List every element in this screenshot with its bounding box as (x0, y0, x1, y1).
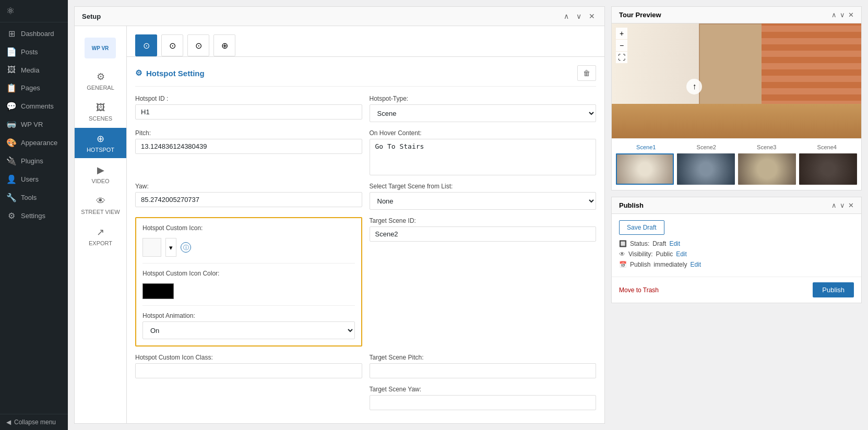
sidebar-item-comments[interactable]: 💬 Comments (0, 97, 68, 115)
scene-thumb-scene2[interactable] (677, 153, 735, 185)
publish-button[interactable]: Publish (813, 282, 854, 297)
setup-nav-export[interactable]: ↗ EXPORT (75, 221, 126, 252)
hotspot-animation-group: Hotspot Animation: On Off (142, 312, 355, 339)
scene-tab-scene1[interactable]: Scene1 (616, 143, 676, 151)
publish-panel-header: Publish ∧ ∨ ✕ (612, 197, 861, 214)
scene-thumb-scene1[interactable] (616, 153, 674, 185)
main-content: Setup ∧ ∨ ✕ WP VR ⚙ GENERAL 🖼 SCENES (68, 0, 868, 430)
hotspot-delete-button[interactable]: 🗑 (577, 65, 596, 81)
sidebar-item-posts[interactable]: 📄 Posts (0, 43, 68, 61)
scene-tab-scene2[interactable]: Scene2 (676, 143, 737, 151)
sidebar-item-users[interactable]: 👤 Users (0, 170, 68, 188)
tour-preview-down-button[interactable]: ∨ (840, 11, 845, 19)
publish-time-value: immediately (653, 261, 687, 268)
status-edit-link[interactable]: Edit (669, 240, 680, 247)
publish-panel-down-button[interactable]: ∨ (840, 201, 845, 209)
hotspot-yaw-group: Yaw: (135, 183, 362, 210)
hotspot-pitch-input[interactable] (135, 139, 362, 154)
setup-nav-video[interactable]: ▶ VIDEO (75, 159, 126, 189)
wpvr-logo: WP VR (75, 31, 127, 65)
wpvr-logo-image: WP VR (85, 38, 116, 58)
collapse-arrow-icon: ◀ (6, 419, 11, 426)
collapse-menu-button[interactable]: ◀ Collapse menu (0, 414, 68, 430)
scene-tab-scene3[interactable]: Scene3 (736, 143, 797, 151)
sidebar-item-label: Tools (21, 194, 37, 201)
save-draft-button[interactable]: Save Draft (619, 220, 664, 235)
hotspot-icon-preview (142, 238, 161, 257)
sidebar-item-label: Comments (21, 102, 54, 110)
hotspot-target-scene-id-input[interactable] (370, 226, 597, 242)
publish-panel-up-button[interactable]: ∧ (831, 201, 837, 209)
sidebar-item-media[interactable]: 🖼 Media (0, 61, 68, 79)
sidebar-item-dashboard[interactable]: ⊞ Dashboard (0, 25, 68, 43)
panel-collapse-up-button[interactable]: ∧ (562, 11, 571, 21)
hotspot-target-yaw-input[interactable] (370, 395, 597, 410)
sidebar-item-plugins[interactable]: 🔌 Plugins (0, 152, 68, 170)
hotspot-tab-2[interactable]: ⊙ (161, 34, 183, 56)
publish-time-row: 📅 Publish immediately Edit (619, 261, 854, 268)
hotspot-custom-icon-class-input[interactable] (135, 363, 362, 378)
scene-tabs: Scene1 Scene2 Scene3 Scene4 (612, 138, 861, 151)
move-to-trash-link[interactable]: Move to Trash (619, 286, 659, 294)
hotspot-icon-info-button[interactable]: ⓘ (181, 242, 191, 253)
hotspot-target-scene-id-label: Target Scene ID: (370, 217, 597, 224)
publish-time-label: Publish (630, 261, 650, 268)
appearance-icon: 🎨 (6, 138, 17, 148)
sidebar-item-tools[interactable]: 🔧 Tools (0, 188, 68, 207)
panel-collapse-down-button[interactable]: ∨ (574, 11, 584, 21)
setup-nav-general[interactable]: ⚙ GENERAL (75, 66, 126, 96)
sidebar-item-label: WP VR (21, 121, 43, 128)
hotspot-hover-content-textarea[interactable]: Go To Stairs (370, 139, 597, 175)
scene-thumb-scene3[interactable] (738, 153, 796, 185)
scene-thumb-scene4[interactable] (799, 153, 857, 185)
setup-main: ⊙ ⊙ ⊙ ⊕ ⚙ Hotspot Setting 🗑 (127, 26, 604, 424)
hotspot-icon-dropdown-button[interactable]: ▾ (165, 238, 176, 257)
publish-panel-close-button[interactable]: ✕ (848, 201, 854, 209)
visibility-edit-link[interactable]: Edit (676, 250, 687, 258)
visibility-label: Visibility: (628, 250, 652, 258)
panel-close-button[interactable]: ✕ (587, 11, 597, 21)
hotspot-add-tab-button[interactable]: ⊕ (213, 34, 235, 56)
preview-fullscreen-button[interactable]: ⛶ (616, 52, 627, 63)
hotspot-target-pitch-input[interactable] (370, 363, 597, 378)
posts-icon: 📄 (6, 47, 17, 57)
wp-logo-icon: ⚛ (6, 5, 15, 17)
hotspot-marker: ↑ (686, 79, 702, 94)
preview-zoom-out-button[interactable]: − (616, 40, 627, 51)
publish-meta: 🔲 Status: Draft Edit 👁 Visibility: Publi… (619, 240, 854, 268)
tour-preview-controls: ∧ ∨ ✕ (831, 11, 854, 19)
status-icon: 🔲 (619, 240, 627, 247)
hotspot-target-yaw-group: Target Scene Yaw: (370, 386, 597, 410)
hotspot-type-select[interactable]: Scene URL Info (370, 104, 597, 122)
hotspot-pitch-group: Pitch: (135, 129, 362, 175)
preview-zoom-in-button[interactable]: + (616, 28, 627, 39)
sidebar-item-pages[interactable]: 📋 Pages (0, 79, 68, 97)
hotspot-tab-1[interactable]: ⊙ (135, 34, 157, 56)
sidebar-item-settings[interactable]: ⚙ Settings (0, 207, 68, 225)
tour-preview-image: + − ⛶ ↑ (612, 23, 861, 138)
publish-visibility-row: 👁 Visibility: Public Edit (619, 250, 854, 258)
settings-icon: ⚙ (6, 211, 17, 221)
setup-nav-scenes[interactable]: 🖼 SCENES (75, 97, 126, 127)
sidebar-item-appearance[interactable]: 🎨 Appearance (0, 134, 68, 152)
tour-preview-close-button[interactable]: ✕ (848, 11, 854, 19)
sidebar-item-wp-vr[interactable]: 🥽 WP VR (0, 115, 68, 134)
scene-tab-scene4[interactable]: Scene4 (797, 143, 858, 151)
sidebar-item-label: Users (21, 175, 39, 183)
setup-nav-street-view[interactable]: 👁 STREET VIEW (75, 190, 126, 220)
tour-preview-up-button[interactable]: ∧ (831, 11, 837, 19)
publish-panel-controls: ∧ ∨ ✕ (831, 201, 854, 209)
hotspot-target-scene-select[interactable]: None Scene1 Scene2 (370, 192, 597, 210)
hotspot-custom-icon-section: Hotspot Custom Icon: ▾ ⓘ Hotspot Cu (135, 217, 362, 347)
publish-time-edit-link[interactable]: Edit (690, 261, 701, 268)
hotspot-yaw-input[interactable] (135, 192, 362, 207)
hotspot-settings-header: ⚙ Hotspot Setting 🗑 (135, 65, 596, 87)
hotspot-color-swatch[interactable] (142, 283, 174, 299)
setup-nav-hotspot[interactable]: ⊕ HOTSPOT (75, 128, 126, 158)
hotspot-tab-3[interactable]: ⊙ (187, 34, 209, 56)
hotspot-animation-select[interactable]: On Off (142, 321, 355, 339)
hotspot-id-input[interactable] (135, 104, 362, 120)
hotspot-type-label: Hotspot-Type: (370, 95, 597, 102)
sidebar-item-label: Appearance (21, 139, 57, 147)
street-view-nav-icon: 👁 (96, 196, 105, 207)
